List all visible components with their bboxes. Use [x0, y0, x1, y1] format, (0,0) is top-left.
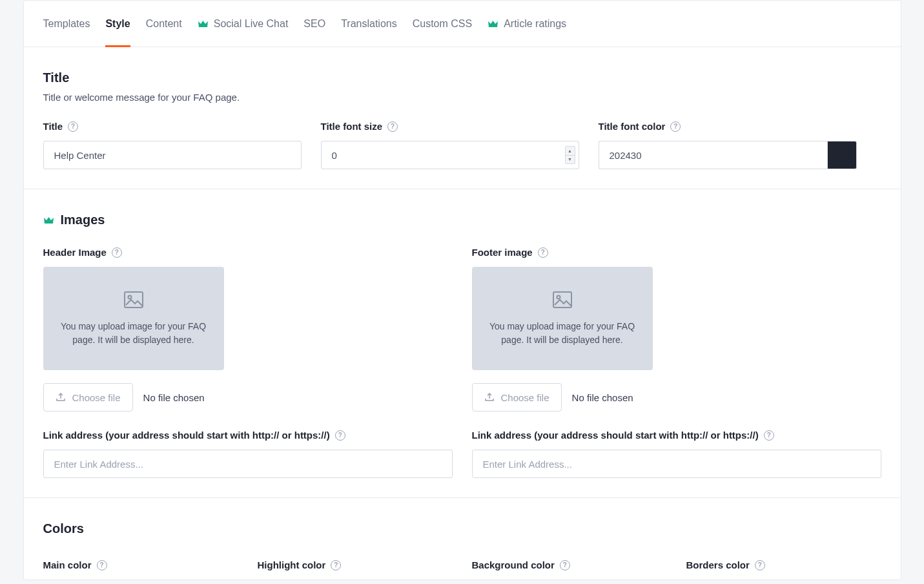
title-font-color-label: Title font color ? — [599, 121, 857, 132]
highlight-color-label: Highlight color ? — [258, 559, 453, 570]
title-font-size-label: Title font size ? — [321, 121, 579, 132]
title-section: Title Title or welcome message for your … — [24, 47, 901, 189]
section-description: Title or welcome message for your FAQ pa… — [43, 92, 881, 103]
main-color-label: Main color ? — [43, 559, 238, 570]
tabs-bar: Templates Style Content Social Live Chat… — [24, 1, 901, 47]
header-link-label: Link address (your address should start … — [43, 430, 453, 441]
tab-custom-css[interactable]: Custom CSS — [413, 1, 472, 47]
help-icon[interactable]: ? — [670, 121, 681, 132]
svg-rect-2 — [553, 292, 571, 308]
header-image-placeholder[interactable]: You may upload image for your FAQ page. … — [43, 267, 224, 370]
footer-image-block: Footer image ? You may upload image for … — [472, 247, 881, 478]
header-link-input[interactable] — [43, 450, 453, 478]
title-font-color-input[interactable] — [599, 141, 827, 169]
file-status: No file chosen — [572, 392, 633, 403]
header-image-block: Header Image ? You may upload image for … — [43, 247, 453, 478]
header-image-label: Header Image ? — [43, 247, 453, 258]
section-heading-images: Images — [43, 213, 881, 227]
footer-image-placeholder[interactable]: You may upload image for your FAQ page. … — [472, 267, 653, 370]
footer-image-label: Footer image ? — [472, 247, 881, 258]
choose-file-button[interactable]: Choose file — [43, 383, 133, 412]
placeholder-text: You may upload image for your FAQ page. … — [56, 320, 211, 347]
help-icon[interactable]: ? — [538, 247, 548, 258]
tab-style[interactable]: Style — [105, 1, 130, 47]
title-label: Title ? — [43, 121, 302, 132]
svg-rect-0 — [125, 292, 143, 308]
colors-section: Colors Main color ? Highlight color ? Ba… — [24, 498, 901, 579]
svg-point-3 — [557, 295, 560, 298]
help-icon[interactable]: ? — [387, 121, 398, 132]
tab-label: Article ratings — [504, 18, 566, 30]
tab-seo[interactable]: SEO — [303, 1, 325, 47]
help-icon[interactable]: ? — [331, 560, 341, 570]
crown-icon — [43, 216, 54, 225]
file-status: No file chosen — [143, 392, 205, 403]
upload-icon — [56, 391, 66, 404]
upload-icon — [484, 391, 495, 404]
section-heading-title: Title — [43, 70, 881, 85]
help-icon[interactable]: ? — [764, 430, 774, 441]
spinner-up[interactable]: ▲ — [566, 147, 575, 156]
svg-point-1 — [128, 295, 131, 298]
title-font-size-input[interactable] — [321, 141, 579, 169]
footer-link-label: Link address (your address should start … — [472, 430, 881, 441]
tab-content[interactable]: Content — [146, 1, 182, 47]
image-icon — [552, 291, 573, 311]
images-section: Images Header Image ? You may upload ima… — [24, 189, 901, 498]
choose-file-button[interactable]: Choose file — [472, 383, 562, 412]
background-color-label: Background color ? — [472, 559, 667, 570]
tab-label: Social Live Chat — [214, 18, 289, 30]
borders-color-label: Borders color ? — [686, 559, 881, 570]
number-spinner: ▲ ▼ — [565, 146, 575, 164]
tab-templates[interactable]: Templates — [43, 1, 90, 47]
tab-translations[interactable]: Translations — [341, 1, 397, 47]
title-input[interactable] — [43, 141, 302, 169]
help-icon[interactable]: ? — [755, 560, 765, 570]
crown-icon — [488, 19, 498, 28]
help-icon[interactable]: ? — [335, 430, 345, 441]
crown-icon — [198, 19, 209, 28]
tab-social-live-chat[interactable]: Social Live Chat — [198, 1, 289, 47]
help-icon[interactable]: ? — [68, 121, 78, 132]
help-icon[interactable]: ? — [97, 560, 107, 570]
footer-link-input[interactable] — [472, 450, 881, 478]
help-icon[interactable]: ? — [112, 247, 122, 258]
image-icon — [123, 291, 144, 311]
placeholder-text: You may upload image for your FAQ page. … — [485, 320, 640, 347]
help-icon[interactable]: ? — [560, 560, 570, 570]
spinner-down[interactable]: ▼ — [566, 156, 575, 164]
section-heading-colors: Colors — [43, 521, 881, 536]
title-font-color-swatch[interactable] — [827, 141, 857, 169]
tab-article-ratings[interactable]: Article ratings — [488, 1, 566, 47]
